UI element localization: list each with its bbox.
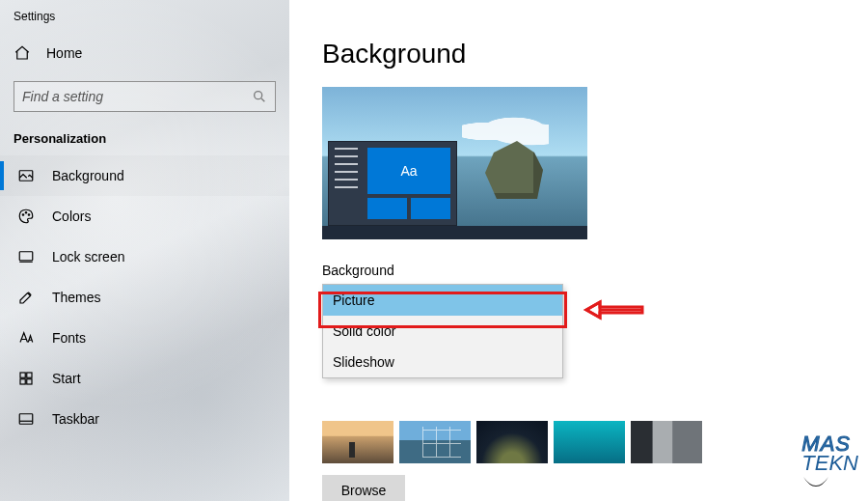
search-input[interactable] bbox=[14, 81, 276, 112]
beard-icon bbox=[801, 475, 830, 492]
main-content: Background Aa Background Picture Solid c… bbox=[289, 0, 868, 501]
sidebar-item-label: Fonts bbox=[52, 330, 86, 346]
picture-thumbnails bbox=[322, 421, 868, 463]
taskbar-icon bbox=[17, 410, 35, 428]
dropdown-option-solid-color[interactable]: Solid color bbox=[323, 316, 562, 347]
annotation-arrow-icon bbox=[583, 298, 644, 321]
svg-rect-5 bbox=[19, 252, 33, 261]
sidebar-item-label: Start bbox=[52, 371, 81, 386]
thumbnail-4[interactable] bbox=[554, 421, 625, 463]
dropdown-option-slideshow[interactable]: Slideshow bbox=[323, 347, 562, 377]
home-button[interactable]: Home bbox=[0, 35, 289, 71]
browse-button[interactable]: Browse bbox=[322, 475, 405, 501]
svg-rect-6 bbox=[20, 373, 25, 377]
sidebar-item-background[interactable]: Background bbox=[0, 155, 289, 196]
svg-rect-9 bbox=[27, 379, 32, 384]
sidebar-item-label: Lock screen bbox=[52, 249, 124, 264]
section-header: Personalization bbox=[0, 125, 289, 155]
themes-icon bbox=[17, 289, 35, 306]
svg-point-2 bbox=[22, 214, 24, 216]
fonts-icon bbox=[17, 329, 35, 347]
dropdown-option-picture[interactable]: Picture bbox=[323, 285, 562, 316]
sidebar-item-lockscreen[interactable]: Lock screen bbox=[0, 237, 289, 277]
preview-tile-sample: Aa bbox=[367, 148, 450, 194]
svg-point-0 bbox=[255, 92, 262, 99]
thumbnail-2[interactable] bbox=[399, 421, 471, 463]
preview-taskbar bbox=[322, 226, 587, 239]
svg-rect-7 bbox=[27, 373, 32, 377]
browse-button-label: Browse bbox=[341, 483, 387, 498]
background-dropdown[interactable]: Picture Solid color Slideshow bbox=[322, 284, 563, 378]
preview-rock bbox=[485, 141, 543, 199]
sidebar-item-colors[interactable]: Colors bbox=[0, 196, 289, 237]
home-label: Home bbox=[46, 45, 82, 61]
search-icon bbox=[252, 89, 267, 104]
thumbnail-1[interactable] bbox=[322, 421, 393, 463]
window-title: Settings bbox=[0, 0, 289, 35]
svg-point-4 bbox=[28, 214, 30, 216]
search-container bbox=[0, 71, 289, 125]
sidebar-item-themes[interactable]: Themes bbox=[0, 277, 289, 318]
sidebar-item-label: Taskbar bbox=[52, 411, 99, 427]
sidebar-item-label: Background bbox=[52, 168, 124, 183]
sidebar-item-taskbar[interactable]: Taskbar bbox=[0, 399, 289, 439]
start-icon bbox=[17, 370, 35, 387]
svg-rect-8 bbox=[20, 379, 25, 384]
lockscreen-icon bbox=[17, 248, 35, 265]
svg-rect-10 bbox=[19, 414, 33, 425]
preview-cloud bbox=[462, 116, 549, 147]
svg-point-3 bbox=[25, 212, 27, 214]
sidebar-item-label: Themes bbox=[52, 290, 101, 305]
page-title: Background bbox=[322, 39, 868, 70]
home-icon bbox=[14, 44, 31, 62]
picture-icon bbox=[17, 167, 35, 184]
sidebar: Settings Home Personalization Background… bbox=[0, 0, 289, 501]
sidebar-item-start[interactable]: Start bbox=[0, 358, 289, 399]
thumbnail-3[interactable] bbox=[476, 421, 548, 463]
sidebar-item-fonts[interactable]: Fonts bbox=[0, 318, 289, 358]
background-dropdown-label: Background bbox=[322, 263, 868, 278]
palette-icon bbox=[17, 208, 35, 225]
search-field[interactable] bbox=[22, 89, 252, 104]
thumbnail-5[interactable] bbox=[631, 421, 702, 463]
sidebar-item-label: Colors bbox=[52, 209, 91, 224]
preview-start-menu: Aa bbox=[328, 141, 457, 226]
desktop-preview: Aa bbox=[322, 87, 587, 239]
